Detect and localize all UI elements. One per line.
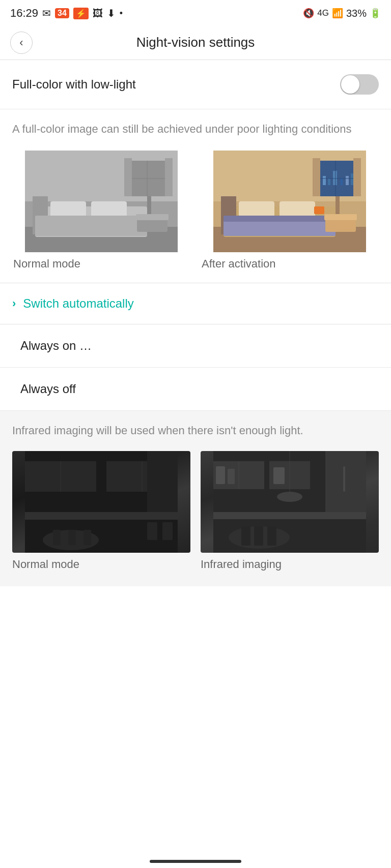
flash-icon: ⚡ (73, 8, 89, 19)
status-right: 🔇 4G 📶 33% 🔋 (303, 8, 381, 19)
back-arrow-icon: ‹ (19, 37, 23, 48)
dot-icon: • (120, 8, 123, 19)
svg-rect-66 (325, 451, 366, 512)
always-off-label: Always off (20, 382, 76, 396)
svg-rect-13 (124, 158, 132, 196)
description-text: A full-color image can still be achieved… (12, 122, 379, 137)
svg-rect-40 (353, 158, 361, 196)
always-on-option[interactable]: Always on … (0, 324, 391, 368)
battery-pct: 33% (346, 8, 367, 19)
svg-rect-71 (267, 526, 276, 546)
svg-rect-34 (341, 178, 343, 185)
after-activation-image (201, 151, 379, 252)
svg-rect-52 (68, 530, 76, 545)
kitchen-infrared-image (201, 451, 379, 553)
normal-mode-caption: Normal mode (12, 257, 190, 271)
svg-rect-54 (147, 522, 157, 540)
signal-icon: 📶 (332, 8, 343, 19)
svg-rect-53 (83, 530, 91, 545)
home-indicator (150, 860, 241, 863)
after-activation-item: After activation (201, 151, 379, 271)
description-section: A full-color image can still be achieved… (0, 109, 391, 145)
full-color-toggle-section: Full-color with low-light (0, 60, 391, 109)
always-off-option[interactable]: Always off (0, 368, 391, 411)
svg-rect-6 (91, 201, 127, 217)
mute-icon: 🔇 (303, 8, 314, 19)
svg-rect-16 (136, 214, 169, 220)
kitchen-normal-item: Normal mode (12, 451, 190, 571)
always-on-label: Always on … (20, 339, 92, 353)
chevron-right-icon: › (12, 297, 16, 310)
svg-rect-63 (228, 469, 235, 484)
svg-rect-65 (213, 512, 366, 519)
svg-rect-70 (254, 526, 263, 546)
svg-rect-51 (53, 530, 61, 545)
svg-rect-55 (162, 522, 173, 540)
svg-rect-33 (333, 171, 337, 185)
svg-rect-67 (343, 466, 345, 492)
back-button[interactable]: ‹ (10, 32, 33, 54)
kitchen-comparison-grid: Normal mode (0, 444, 391, 586)
infrared-caption: Infrared imaging (201, 558, 379, 571)
page-title: Night-vision settings (136, 35, 255, 50)
normal-mode-item: Normal mode (12, 151, 190, 271)
mail-icon: ✉ (42, 7, 51, 19)
svg-rect-7 (35, 216, 147, 236)
svg-point-73 (277, 492, 302, 502)
svg-rect-42 (324, 214, 357, 220)
switch-automatically-row[interactable]: › Switch automatically (0, 283, 391, 324)
svg-rect-62 (216, 466, 225, 484)
after-activation-caption: After activation (201, 257, 379, 271)
svg-rect-25 (224, 216, 336, 222)
status-left: 16:29 ✉ 34 ⚡ 🖼 ⬇ • (10, 7, 123, 20)
infrared-section: Infrared imaging will be used when there… (0, 411, 391, 444)
top-nav: ‹ Night-vision settings (0, 25, 391, 60)
svg-rect-39 (313, 158, 320, 196)
svg-rect-23 (280, 201, 315, 217)
svg-rect-31 (323, 176, 326, 185)
image-icon: 🖼 (93, 8, 103, 19)
bedroom-comparison-grid: Normal mode (0, 145, 391, 283)
svg-rect-14 (165, 158, 173, 196)
svg-rect-22 (239, 201, 274, 217)
toggle-knob (341, 75, 359, 94)
svg-rect-32 (328, 178, 330, 185)
svg-rect-64 (273, 467, 285, 484)
network-icon: 4G (317, 8, 329, 18)
svg-rect-43 (314, 206, 324, 214)
battery-icon: 🔋 (370, 8, 381, 19)
svg-rect-49 (25, 512, 178, 520)
infrared-description: Infrared imaging will be used when there… (12, 423, 379, 439)
svg-rect-5 (50, 201, 86, 217)
normal-mode-image (12, 151, 190, 252)
kitchen-infrared-item: Infrared imaging (201, 451, 379, 571)
download-icon: ⬇ (107, 7, 116, 19)
svg-rect-69 (241, 526, 250, 546)
switch-auto-label: Switch automatically (23, 296, 133, 311)
time-display: 16:29 (10, 7, 38, 20)
kitchen-normal-caption: Normal mode (12, 558, 190, 571)
svg-rect-36 (351, 173, 353, 185)
svg-rect-35 (346, 176, 349, 185)
kitchen-normal-image (12, 451, 190, 553)
notification-badge: 34 (55, 8, 69, 18)
bottom-spacer (0, 586, 391, 688)
full-color-label: Full-color with low-light (12, 77, 136, 92)
full-color-toggle[interactable] (340, 74, 379, 95)
svg-rect-56 (147, 451, 178, 512)
status-bar: 16:29 ✉ 34 ⚡ 🖼 ⬇ • 🔇 4G 📶 33% 🔋 (0, 0, 391, 25)
